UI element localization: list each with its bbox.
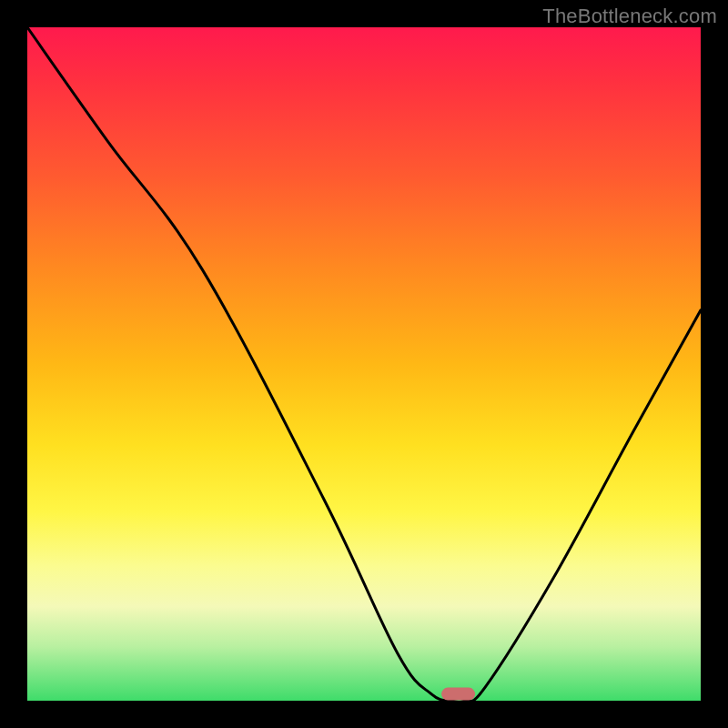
bottleneck-curve [27,27,701,701]
watermark-label: TheBottleneck.com [542,5,717,28]
bottleneck-marker [441,688,475,701]
plot-area [27,27,701,701]
chart-frame: TheBottleneck.com [0,0,728,728]
curve-layer [27,27,701,701]
